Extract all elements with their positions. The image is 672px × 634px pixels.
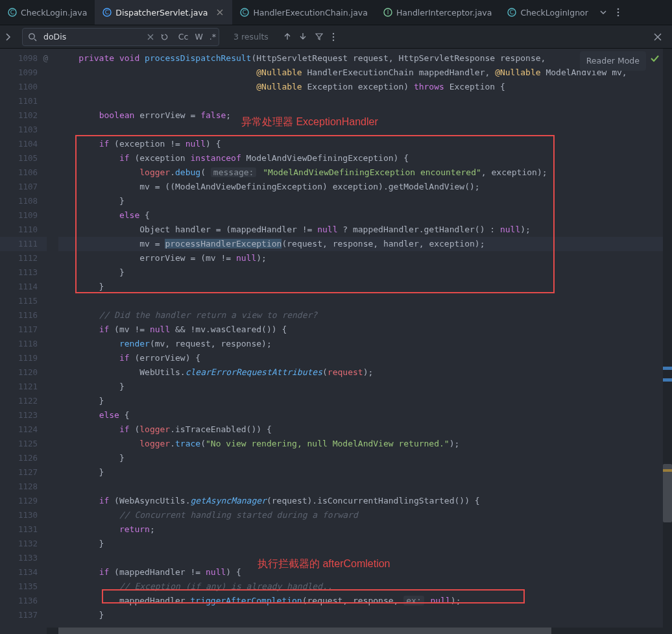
code-line[interactable]	[58, 94, 663, 108]
line-number: 1113	[0, 265, 47, 280]
match-case-toggle[interactable]: Cc	[178, 32, 189, 42]
code-line[interactable]: else {	[58, 408, 663, 422]
code-line[interactable]: // Exception (if any) is already handled…	[58, 579, 663, 594]
code-line[interactable]: render(mv, request, response);	[58, 337, 663, 351]
find-options: Cc W .*	[178, 32, 216, 42]
code-line[interactable]: boolean errorView = false;	[58, 108, 663, 123]
line-number: 1125	[0, 437, 47, 451]
code-line[interactable]: }	[58, 280, 663, 294]
line-number: 1128	[0, 480, 47, 494]
code-line[interactable]: WebUtils.clearErrorRequestAttributes(req…	[58, 365, 663, 380]
line-number: 1100	[0, 80, 47, 94]
code-line[interactable]: return;	[58, 522, 663, 537]
code-line[interactable]: @Nullable HandlerExecutionChain mappedHa…	[58, 66, 663, 80]
tab-options-button[interactable]	[610, 0, 626, 25]
svg-point-13	[29, 33, 34, 38]
line-number: 1116	[0, 308, 47, 323]
line-number: 1109	[0, 208, 47, 223]
svg-text:C: C	[510, 9, 514, 16]
line-number: 1126	[0, 451, 47, 465]
code-line[interactable]: }	[58, 194, 663, 208]
line-number: 1129	[0, 494, 47, 508]
regex-toggle[interactable]: .*	[210, 32, 216, 42]
find-results-count: 3 results	[234, 32, 269, 42]
tab-label: HandlerExecutionChain.java	[253, 8, 367, 18]
code-line[interactable]: @Nullable Exception exception) throws Ex…	[58, 80, 663, 94]
code-line[interactable]: if (exception instanceof ModelAndViewDef…	[58, 151, 663, 165]
find-next-button[interactable]	[300, 32, 306, 42]
code-line[interactable]: Object handler = (mappedHandler != null …	[58, 223, 663, 237]
svg-point-15	[333, 36, 334, 37]
tab-checklogin[interactable]: C CheckLogin.java	[0, 0, 95, 25]
editor-tabs: C CheckLogin.java C DispatcherServlet.ja…	[0, 0, 672, 25]
line-number: 1101	[0, 94, 47, 108]
svg-point-12	[618, 15, 619, 17]
horizontal-scrollbar[interactable]	[47, 628, 663, 634]
code-line[interactable]: }	[58, 451, 663, 465]
tab-dispatcherservlet[interactable]: C DispatcherServlet.java	[95, 0, 232, 25]
line-number: 1110	[0, 223, 47, 237]
check-icon	[650, 54, 659, 63]
line-number: 1118	[0, 337, 47, 351]
reader-mode-button[interactable]: Reader Mode	[580, 51, 646, 71]
find-nav	[284, 32, 335, 42]
close-find-button[interactable]	[647, 33, 668, 41]
more-tabs-button[interactable]	[596, 0, 610, 25]
code-line[interactable]	[58, 294, 663, 308]
find-input[interactable]	[42, 31, 136, 42]
code-line[interactable]: errorView = (mv != null);	[58, 251, 663, 265]
line-number: 1122	[0, 394, 47, 408]
svg-text:C: C	[105, 9, 109, 16]
vertical-scrollbar[interactable]	[663, 49, 672, 634]
find-input-box: Cc W .*	[22, 28, 219, 46]
svg-point-11	[618, 12, 619, 14]
code-line[interactable]: logger.debug( message: "ModelAndViewDefi…	[58, 165, 663, 180]
code-line[interactable]: if (errorView) {	[58, 351, 663, 365]
code-line[interactable]: else {	[58, 208, 663, 223]
code-line[interactable]: }	[58, 465, 663, 480]
line-number: 1098	[0, 51, 47, 66]
whole-word-toggle[interactable]: W	[195, 32, 202, 42]
code-line[interactable]: if (mv != null && !mv.wasCleared()) {	[58, 323, 663, 337]
code-line[interactable]: mv = processHandlerException(request, re…	[58, 237, 663, 251]
code-line[interactable]: private void processDispatchResult(HttpS…	[58, 51, 663, 66]
line-number: 1135	[0, 579, 47, 594]
line-number: 1115	[0, 294, 47, 308]
find-expand-button[interactable]	[0, 33, 17, 41]
code-line[interactable]: if (logger.isTraceEnabled()) {	[58, 422, 663, 437]
code-line[interactable]: }	[58, 394, 663, 408]
svg-text:I: I	[387, 9, 389, 16]
code-line[interactable]: }	[58, 380, 663, 394]
code-line[interactable]: logger.trace("No view rendering, null Mo…	[58, 437, 663, 451]
code-line[interactable]: // Concurrent handling started during a …	[58, 508, 663, 522]
line-number: 1117	[0, 323, 47, 337]
code-line[interactable]	[58, 551, 663, 565]
line-number: 1107	[0, 180, 47, 194]
code-line[interactable]: mv = ((ModelAndViewDefiningException) ex…	[58, 180, 663, 194]
search-history-icon[interactable]	[160, 32, 169, 42]
filter-icon[interactable]	[315, 32, 323, 42]
clear-search-icon[interactable]	[147, 34, 154, 40]
tab-handlerexecutionchain[interactable]: C HandlerExecutionChain.java	[232, 0, 375, 25]
code-line[interactable]: mappedHandler.triggerAfterCompletion(req…	[58, 594, 663, 608]
tab-handlerinterceptor[interactable]: I HandlerInterceptor.java	[376, 0, 500, 25]
tab-label: CheckLoginIgnor	[520, 8, 588, 18]
line-number: 1114	[0, 280, 47, 294]
code-line[interactable]: if (mappedHandler != null) {	[58, 565, 663, 579]
line-number: 1102	[0, 108, 47, 123]
find-prev-button[interactable]	[284, 32, 291, 42]
close-icon[interactable]	[215, 8, 224, 17]
code-line[interactable]: // Did the handler return a view to rend…	[58, 308, 663, 323]
code-line[interactable]: if (exception != null) {	[58, 137, 663, 151]
code-area[interactable]: private void processDispatchResult(HttpS…	[47, 49, 663, 634]
code-line[interactable]: }	[58, 265, 663, 280]
code-line[interactable]: if (WebAsyncUtils.getAsyncManager(reques…	[58, 494, 663, 508]
tab-checkloginignor[interactable]: C CheckLoginIgnor	[499, 0, 596, 25]
code-line[interactable]: }	[58, 537, 663, 551]
line-number: 1104	[0, 137, 47, 151]
svg-point-16	[333, 39, 334, 40]
code-line[interactable]: }	[58, 608, 663, 622]
code-line[interactable]	[58, 480, 663, 494]
find-more-button[interactable]	[332, 32, 335, 42]
code-line[interactable]	[58, 123, 663, 137]
